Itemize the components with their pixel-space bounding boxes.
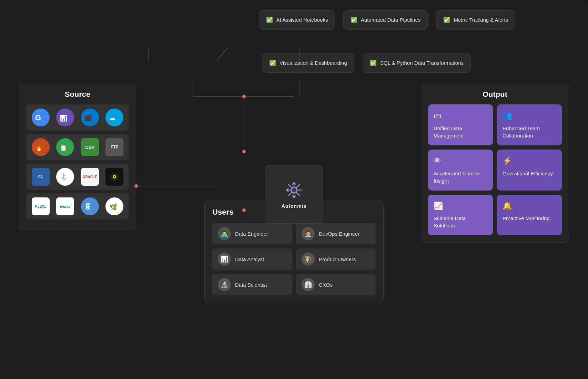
mid-features-container: ✅ Visualization & Dashboarding ✅ SQL & P… bbox=[246, 53, 487, 73]
source-icon-database: 🗄 bbox=[81, 197, 99, 215]
output-label-time: Accelerated Time-to-Insight bbox=[434, 171, 481, 184]
avatar-data-engineer: 👨‍💻 bbox=[218, 227, 231, 240]
svg-text:🔥: 🔥 bbox=[35, 144, 43, 152]
svg-text:🗄: 🗄 bbox=[85, 203, 91, 211]
avatar-cxos: 👔 bbox=[302, 278, 315, 291]
source-icon-oracle: ORACLE bbox=[81, 168, 99, 186]
hub-icon-svg bbox=[284, 180, 304, 201]
source-icon-csv: CSV bbox=[81, 138, 99, 156]
svg-text:📊: 📊 bbox=[60, 114, 68, 122]
source-row-3: 01 🐇 ORACLE bbox=[26, 164, 129, 190]
output-label-team: Enhanced Team Collaboration bbox=[503, 125, 540, 139]
feature-label-metric: Metric Tracking & Alerts bbox=[454, 17, 508, 23]
top-features-container: ✅ AI Assisted Notebooks ✅ Automated Data… bbox=[232, 10, 542, 30]
source-row-1: G 📊 ⬛ ☁ bbox=[26, 104, 129, 131]
svg-text:📋: 📋 bbox=[60, 144, 68, 152]
svg-text:☁: ☁ bbox=[109, 115, 115, 122]
svg-text:🌿: 🌿 bbox=[110, 203, 118, 211]
source-row-4: MySQL elastic 🗄 🌿 bbox=[26, 193, 129, 219]
avatar-devops: 🧑‍💼 bbox=[302, 227, 315, 240]
feature-box-data-pipelines: ✅ Automated Data Pipelines bbox=[343, 10, 428, 30]
center-hub: Autonmis bbox=[265, 165, 323, 224]
source-icon-sftp: FTP bbox=[105, 138, 123, 156]
user-item-product-owners: 🧑‍🏭 Product Owners bbox=[296, 248, 376, 270]
output-icon-time: 👁 bbox=[434, 156, 487, 166]
output-card-time: 👁 Accelerated Time-to-Insight bbox=[428, 150, 493, 191]
source-row-2: 🔥 📋 CSV FTP bbox=[26, 134, 129, 160]
svg-line-41 bbox=[288, 192, 292, 195]
svg-line-39 bbox=[296, 192, 300, 195]
users-grid: 👨‍💻 Data Engineer 🧑‍💼 DevOps Engineer 📊 … bbox=[212, 223, 376, 295]
source-icon-mongo: 🌿 bbox=[105, 197, 123, 215]
output-card-efficiency: ⚡ Operational Efficiency bbox=[497, 150, 562, 191]
output-grid: 🗃 Unified Data Management 👥 Enhanced Tea… bbox=[428, 104, 562, 235]
source-icon-elastic: elastic bbox=[56, 197, 74, 215]
output-icon-team: 👥 bbox=[503, 111, 556, 121]
svg-line-1 bbox=[217, 48, 227, 60]
output-card-proactive: 🔔 Proactive Monitoring bbox=[497, 195, 562, 236]
source-icon-google: G bbox=[32, 109, 50, 126]
user-item-devops: 🧑‍💼 DevOps Engineer bbox=[296, 223, 376, 244]
source-icon-salesforce: ☁ bbox=[105, 109, 123, 126]
user-label-data-analyst: Data Analyst bbox=[235, 256, 264, 262]
svg-text:🐇: 🐇 bbox=[60, 173, 68, 181]
svg-point-12 bbox=[242, 150, 246, 153]
svg-text:⬛: ⬛ bbox=[84, 114, 92, 122]
feature-box-metric-tracking: ✅ Metric Tracking & Alerts bbox=[436, 10, 515, 30]
output-icon-efficiency: ⚡ bbox=[503, 156, 556, 166]
source-panel: Source G 📊 ⬛ ☁ 🔥 📋 CSV bbox=[19, 83, 136, 230]
output-icon-proactive: 🔔 bbox=[503, 201, 556, 212]
user-label-devops: DevOps Engineer bbox=[319, 231, 359, 237]
output-card-team: 👥 Enhanced Team Collaboration bbox=[497, 104, 562, 145]
check-icon-5: ✅ bbox=[370, 60, 377, 66]
user-item-data-analyst: 📊 Data Analyst bbox=[212, 248, 292, 270]
feature-box-ai-notebooks: ✅ AI Assisted Notebooks bbox=[259, 10, 335, 30]
feature-label-sql: SQL & Python Data Transformations bbox=[380, 60, 464, 66]
avatar-data-scientist: 🔬 bbox=[218, 278, 231, 291]
user-item-data-scientist: 🔬 Data Scientist bbox=[212, 274, 292, 295]
user-label-data-engineer: Data Engineer bbox=[235, 231, 268, 237]
user-label-data-scientist: Data Scientist bbox=[235, 282, 267, 288]
output-label-scalable: Scalable Data Solutions bbox=[434, 215, 466, 228]
feature-label-viz: Visualization & Dashboarding bbox=[280, 60, 347, 66]
user-item-cxos: 👔 CXOs bbox=[296, 274, 376, 295]
feature-label-ai: AI Assisted Notebooks bbox=[276, 17, 328, 23]
source-icon-rabbitmq: 🐇 bbox=[56, 168, 74, 186]
svg-point-11 bbox=[242, 95, 246, 98]
check-icon-3: ✅ bbox=[443, 17, 450, 23]
user-item-data-engineer: 👨‍💻 Data Engineer bbox=[212, 223, 292, 244]
output-icon-unified: 🗃 bbox=[434, 111, 487, 121]
source-icon-redshift: 🔥 bbox=[32, 138, 50, 156]
source-icon-mysql: MySQL bbox=[32, 197, 50, 215]
output-icon-scalable: 📈 bbox=[434, 201, 487, 212]
svg-text:G: G bbox=[35, 113, 41, 122]
source-icon-azure: ⬛ bbox=[81, 109, 99, 126]
check-icon-4: ✅ bbox=[269, 60, 276, 66]
feature-label-pipelines: Automated Data Pipelines bbox=[361, 17, 420, 23]
avatar-product-owners: 🧑‍🏭 bbox=[302, 253, 315, 266]
output-card-scalable: 📈 Scalable Data Solutions bbox=[428, 195, 493, 236]
svg-point-24 bbox=[114, 176, 115, 177]
check-icon-1: ✅ bbox=[266, 17, 273, 23]
feature-box-viz: ✅ Visualization & Dashboarding bbox=[262, 53, 354, 73]
avatar-data-analyst: 📊 bbox=[218, 253, 231, 266]
output-title: Output bbox=[428, 90, 562, 99]
source-icon-analytics: 📊 bbox=[56, 109, 74, 126]
user-label-product-owners: Product Owners bbox=[319, 256, 356, 262]
output-card-unified: 🗃 Unified Data Management bbox=[428, 104, 493, 145]
feature-box-sql: ✅ SQL & Python Data Transformations bbox=[363, 53, 471, 73]
output-label-efficiency: Operational Efficiency bbox=[503, 171, 553, 176]
source-icon-binary: 01 bbox=[32, 168, 50, 186]
output-label-unified: Unified Data Management bbox=[434, 125, 464, 139]
svg-line-38 bbox=[288, 185, 292, 188]
user-label-cxos: CXOs bbox=[319, 282, 333, 288]
source-title: Source bbox=[26, 90, 129, 99]
hub-label: Autonmis bbox=[282, 203, 307, 209]
source-icon-black bbox=[105, 168, 123, 186]
output-label-proactive: Proactive Monitoring bbox=[503, 215, 550, 221]
check-icon-2: ✅ bbox=[351, 17, 357, 23]
source-icon-sheets: 📋 bbox=[56, 138, 74, 156]
output-panel: Output 🗃 Unified Data Management 👥 Enhan… bbox=[421, 83, 569, 243]
main-container: ✅ AI Assisted Notebooks ✅ Automated Data… bbox=[0, 0, 588, 379]
svg-line-40 bbox=[296, 185, 300, 188]
